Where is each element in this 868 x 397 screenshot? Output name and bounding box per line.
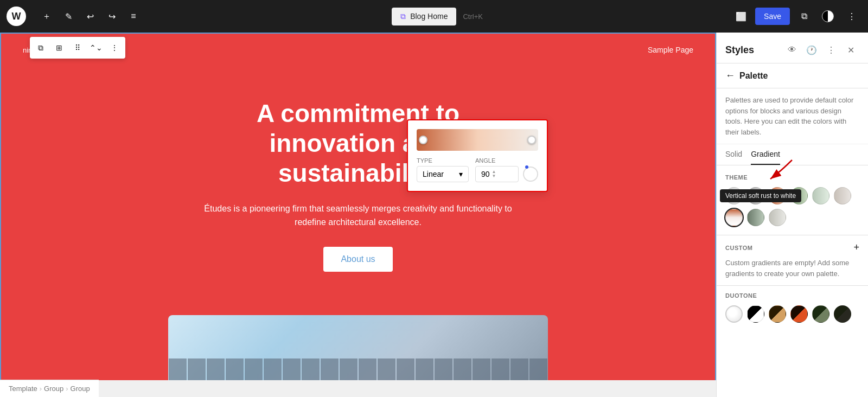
close-panel-button[interactable]: ✕: [842, 41, 859, 59]
about-us-button[interactable]: About us: [323, 247, 392, 272]
building-col: [473, 358, 490, 380]
add-custom-gradient-button[interactable]: +: [853, 242, 859, 253]
angle-arrows: ▲ ▼: [492, 170, 496, 178]
building-col: [245, 358, 263, 380]
building-col: [359, 358, 376, 380]
block-toolbar: ⧉ ⊞ ⠿ ⌃⌄ ⋮: [30, 37, 125, 59]
building-col: [397, 358, 414, 380]
panel-header: Styles 👁 🕐 ⋮ ✕: [717, 33, 868, 63]
gradient-handle-left[interactable]: [419, 136, 427, 144]
building-col: [207, 358, 225, 380]
duotone-swatch-default[interactable]: [725, 305, 743, 323]
panel-title: Styles: [725, 44, 754, 56]
device-preview-button[interactable]: ⬜: [731, 7, 751, 26]
building-col: [454, 358, 471, 380]
drag-handle[interactable]: ⠿: [69, 39, 86, 56]
gradient-preview[interactable]: [417, 129, 538, 151]
angle-dial[interactable]: [523, 167, 538, 182]
style-toggle-button[interactable]: [818, 7, 838, 26]
more-options-button[interactable]: ⋮: [842, 7, 861, 26]
building-col: [264, 358, 282, 380]
angle-field-group: ANGLE 90 ▲ ▼: [475, 157, 538, 182]
angle-label: ANGLE: [475, 157, 538, 164]
gradient-handle-right[interactable]: [527, 136, 536, 144]
building-col: [529, 358, 547, 380]
angle-down-icon[interactable]: ▼: [492, 174, 496, 178]
more-panel-options-button[interactable]: ⋮: [822, 41, 840, 59]
panel-description: Palettes are used to provide default col…: [717, 88, 868, 144]
breadcrumb-group-2[interactable]: Group: [71, 385, 90, 393]
copy-block-button[interactable]: ⧉: [32, 39, 49, 56]
angle-input[interactable]: 90 ▲ ▼: [475, 166, 519, 182]
breadcrumb-template[interactable]: Template: [9, 385, 37, 393]
theme-swatch-selected[interactable]: [725, 209, 743, 226]
blog-home-label: Blog Home: [410, 12, 448, 21]
wordpress-logo[interactable]: W: [0, 0, 33, 33]
duotone-swatch-dark-red[interactable]: [790, 305, 808, 323]
history-icon-button[interactable]: 🕐: [803, 41, 820, 59]
blog-home-button[interactable]: ⧉ Blog Home: [392, 8, 456, 25]
building-col: [340, 358, 358, 380]
duotone-swatches: [725, 305, 859, 323]
building-col: [188, 358, 206, 380]
view-toggle-button[interactable]: ⧉: [794, 7, 814, 26]
tab-solid[interactable]: Solid: [725, 144, 742, 165]
toolbar-left: ＋ ✎ ↩ ↪ ≡: [33, 7, 143, 26]
type-select[interactable]: Linear ▾: [417, 166, 469, 182]
half-circle-icon: [822, 10, 834, 22]
duotone-swatch-dark-olive[interactable]: [834, 305, 851, 323]
building-col: [169, 358, 187, 380]
eye-icon-button[interactable]: 👁: [783, 41, 801, 59]
hero-section: A commitment to innovation and sustainab…: [0, 66, 716, 315]
move-up-down-button[interactable]: ⌃⌄: [87, 39, 105, 56]
duotone-swatch-dark-green[interactable]: [812, 305, 829, 323]
theme-swatch-6[interactable]: [834, 187, 851, 204]
document-overview-button[interactable]: ≡: [124, 7, 143, 26]
more-block-options-button[interactable]: ⋮: [106, 39, 123, 56]
dropdown-arrow-icon: ▾: [459, 170, 463, 178]
building-col: [283, 358, 301, 380]
back-arrow-icon[interactable]: ←: [725, 70, 735, 81]
toolbar-right: ⬜ Save ⧉ ⋮: [731, 7, 868, 26]
undo-button[interactable]: ↩: [80, 7, 100, 26]
theme-swatch-5[interactable]: [812, 187, 829, 204]
duotone-swatch-black-white[interactable]: [747, 305, 764, 323]
building-col: [302, 358, 320, 380]
add-block-button[interactable]: ＋: [37, 7, 56, 26]
duotone-swatch-dark-brown[interactable]: [769, 305, 786, 323]
breadcrumb-group-1[interactable]: Group: [44, 385, 63, 393]
breadcrumb-sep-2: ›: [66, 385, 68, 393]
theme-swatch-row2-3[interactable]: [769, 209, 786, 226]
red-arrow-indicator: [754, 155, 797, 187]
breadcrumb: Template › Group › Group: [0, 380, 99, 397]
building-col: [378, 358, 395, 380]
duotone-label: DUOTONE: [725, 292, 859, 299]
building-col: [416, 358, 433, 380]
back-row: ← Palette: [717, 63, 868, 88]
custom-empty-text: Custom gradients are empty! Add some gra…: [725, 258, 859, 279]
wp-logo-icon: W: [7, 7, 26, 26]
layout-icon: ⧉: [400, 12, 406, 21]
toolbar-center: ⧉ Blog Home Ctrl+K: [143, 8, 731, 25]
tools-button[interactable]: ✎: [59, 7, 78, 26]
top-toolbar: W ＋ ✎ ↩ ↪ ≡ ⧉ Blog Home Ctrl+K ⬜ Save ⧉ …: [0, 0, 868, 33]
duplicate-block-button[interactable]: ⊞: [50, 39, 68, 56]
breadcrumb-sep-1: ›: [40, 385, 42, 393]
building-col: [492, 358, 509, 380]
save-button[interactable]: Save: [755, 8, 790, 25]
canvas-area: ⧉ ⊞ ⠿ ⌃⌄ ⋮ ning-bb7c24.instawp.xyz Sampl…: [0, 33, 716, 397]
building-image: [168, 315, 548, 380]
right-panel: Styles 👁 🕐 ⋮ ✕ ← Palette Palettes are us…: [716, 33, 868, 397]
site-preview: ning-bb7c24.instawp.xyz Sample Page A co…: [0, 33, 716, 397]
theme-swatch-row2-2[interactable]: [747, 209, 764, 226]
building-col: [321, 358, 339, 380]
type-field-group: TYPE Linear ▾: [417, 157, 469, 182]
gradient-picker-popup: TYPE Linear ▾ ANGLE 90 ▲ ▼: [407, 119, 548, 192]
shortcut-hint: Ctrl+K: [463, 12, 482, 21]
main-layout: ⧉ ⊞ ⠿ ⌃⌄ ⋮ ning-bb7c24.instawp.xyz Sampl…: [0, 33, 868, 397]
redo-button[interactable]: ↪: [102, 7, 122, 26]
building-col: [510, 358, 528, 380]
building-section: [0, 315, 716, 380]
site-nav-right: Sample Page: [648, 46, 693, 54]
duotone-section: DUOTONE: [717, 285, 868, 329]
